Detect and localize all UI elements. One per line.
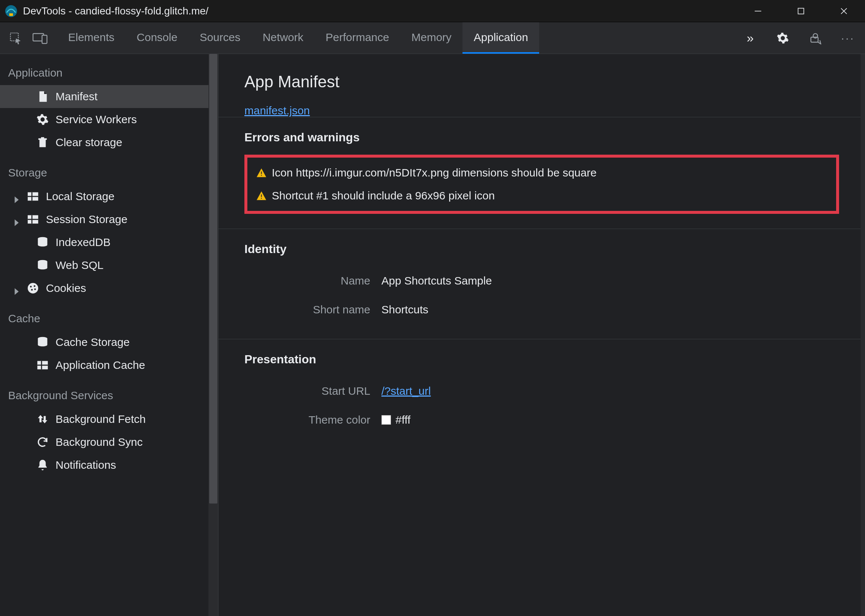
sidebar-scrollbar[interactable] bbox=[208, 54, 218, 616]
devtools-app-icon bbox=[5, 5, 18, 18]
theme-color-value: #fff bbox=[395, 413, 411, 426]
svg-point-19 bbox=[28, 283, 38, 293]
sidebar-item-label: Session Storage bbox=[46, 213, 128, 226]
maximize-button[interactable] bbox=[788, 2, 814, 20]
bell-icon bbox=[36, 459, 49, 471]
database-icon bbox=[36, 259, 49, 272]
warning-text: Shortcut #1 should include a 96x96 pixel… bbox=[272, 189, 495, 202]
sidebar-item-label: Local Storage bbox=[46, 190, 114, 203]
caret-right-icon bbox=[13, 216, 20, 223]
identity-section: Identity Name App Shortcuts Sample Short… bbox=[219, 229, 865, 339]
titlebar-text: DevTools - candied-flossy-fold.glitch.me… bbox=[23, 5, 208, 17]
svg-rect-1 bbox=[9, 13, 13, 16]
sidebar: Application Manifest Service Workers Cle… bbox=[0, 54, 219, 616]
sidebar-item-label: Application Cache bbox=[55, 359, 145, 371]
sidebar-item-label: Cookies bbox=[46, 282, 86, 294]
sidebar-group-cache: Cache bbox=[0, 300, 218, 331]
manifest-link[interactable]: manifest.json bbox=[244, 104, 310, 116]
sidebar-item-label: Background Fetch bbox=[55, 413, 145, 426]
tabs-overflow-icon[interactable]: » bbox=[739, 27, 761, 49]
sidebar-item-background-fetch[interactable]: Background Fetch bbox=[0, 408, 218, 431]
sidebar-scrollbar-thumb[interactable] bbox=[209, 54, 217, 503]
tab-memory[interactable]: Memory bbox=[400, 22, 463, 53]
errors-warnings-section: Errors and warnings Icon https://i.imgur… bbox=[219, 117, 865, 229]
tab-application[interactable]: Application bbox=[463, 22, 539, 53]
svg-point-21 bbox=[34, 285, 36, 287]
grid-icon bbox=[36, 359, 49, 371]
cookie-icon bbox=[27, 282, 39, 294]
prop-label: Short name bbox=[244, 303, 381, 316]
tab-network[interactable]: Network bbox=[251, 22, 314, 53]
warning-icon bbox=[256, 168, 266, 178]
file-icon bbox=[36, 90, 49, 103]
device-toolbar-icon[interactable] bbox=[29, 27, 51, 49]
sidebar-item-clear-storage[interactable]: Clear storage bbox=[0, 131, 218, 154]
warning-row: Shortcut #1 should include a 96x96 pixel… bbox=[256, 184, 827, 207]
sidebar-item-manifest[interactable]: Manifest bbox=[0, 85, 218, 108]
more-menu-icon[interactable]: ··· bbox=[837, 27, 859, 49]
sidebar-group-storage: Storage bbox=[0, 154, 218, 185]
identity-name-row: Name App Shortcuts Sample bbox=[244, 266, 839, 295]
grid-icon bbox=[27, 190, 39, 203]
sidebar-item-notifications[interactable]: Notifications bbox=[0, 454, 218, 476]
tab-sources[interactable]: Sources bbox=[189, 22, 251, 53]
sidebar-item-indexeddb[interactable]: IndexedDB bbox=[0, 231, 218, 254]
database-icon bbox=[36, 236, 49, 248]
sidebar-item-local-storage[interactable]: Local Storage bbox=[0, 185, 218, 208]
annotation-highlight-box: Icon https://i.imgur.com/n5DIt7x.png dim… bbox=[244, 155, 839, 214]
content-pane: App Manifest manifest.json Errors and wa… bbox=[219, 54, 865, 616]
inspect-element-icon[interactable] bbox=[5, 27, 27, 49]
sidebar-item-session-storage[interactable]: Session Storage bbox=[0, 208, 218, 231]
svg-rect-3 bbox=[798, 8, 804, 14]
sidebar-item-application-cache[interactable]: Application Cache bbox=[0, 354, 218, 377]
sidebar-item-cookies[interactable]: Cookies bbox=[0, 277, 218, 300]
svg-rect-29 bbox=[261, 175, 262, 176]
sidebar-item-label: Manifest bbox=[55, 90, 98, 103]
caret-right-icon bbox=[13, 285, 20, 292]
warning-text: Icon https://i.imgur.com/n5DIt7x.png dim… bbox=[272, 167, 597, 179]
sidebar-item-background-sync[interactable]: Background Sync bbox=[0, 431, 218, 454]
color-swatch bbox=[381, 415, 391, 425]
prop-label: Theme color bbox=[244, 413, 381, 426]
minimize-button[interactable] bbox=[745, 2, 771, 20]
svg-rect-8 bbox=[42, 35, 47, 43]
sidebar-item-label: Background Sync bbox=[55, 436, 143, 448]
identity-shortname-row: Short name Shortcuts bbox=[244, 295, 839, 324]
feedback-icon[interactable] bbox=[804, 27, 827, 49]
warning-icon bbox=[256, 190, 266, 201]
sidebar-item-service-workers[interactable]: Service Workers bbox=[0, 108, 218, 131]
trash-icon bbox=[36, 136, 49, 149]
titlebar: DevTools - candied-flossy-fold.glitch.me… bbox=[0, 0, 865, 22]
svg-rect-28 bbox=[261, 172, 262, 174]
svg-point-22 bbox=[31, 289, 33, 291]
prop-label: Start URL bbox=[244, 385, 381, 398]
main: Application Manifest Service Workers Cle… bbox=[0, 54, 865, 616]
devtools-tabs: Elements Console Sources Network Perform… bbox=[57, 22, 539, 53]
sidebar-item-cache-storage[interactable]: Cache Storage bbox=[0, 331, 218, 354]
content-scrollbar[interactable] bbox=[860, 54, 865, 616]
tab-performance[interactable]: Performance bbox=[314, 22, 400, 53]
tab-elements[interactable]: Elements bbox=[57, 22, 126, 53]
settings-gear-icon[interactable] bbox=[772, 27, 794, 49]
svg-rect-31 bbox=[261, 198, 262, 199]
sidebar-group-background-services: Background Services bbox=[0, 377, 218, 408]
tab-console[interactable]: Console bbox=[126, 22, 189, 53]
start-url-row: Start URL /?start_url bbox=[244, 377, 839, 405]
sidebar-item-label: Cache Storage bbox=[55, 336, 129, 349]
start-url-link[interactable]: /?start_url bbox=[381, 385, 431, 398]
sidebar-group-application: Application bbox=[0, 54, 218, 85]
sidebar-item-label: Web SQL bbox=[55, 259, 104, 272]
sidebar-item-websql[interactable]: Web SQL bbox=[0, 254, 218, 277]
sidebar-item-label: Service Workers bbox=[55, 113, 137, 126]
database-icon bbox=[36, 336, 49, 349]
close-button[interactable] bbox=[831, 2, 857, 20]
caret-right-icon bbox=[13, 193, 20, 200]
window-controls bbox=[745, 2, 860, 20]
page-title: App Manifest bbox=[244, 72, 839, 91]
presentation-section: Presentation Start URL /?start_url Theme… bbox=[219, 339, 865, 449]
prop-value: Shortcuts bbox=[381, 303, 429, 316]
sidebar-item-label: IndexedDB bbox=[55, 236, 110, 248]
errors-warnings-title: Errors and warnings bbox=[244, 130, 839, 144]
prop-value: App Shortcuts Sample bbox=[381, 275, 492, 287]
svg-point-20 bbox=[30, 286, 32, 288]
